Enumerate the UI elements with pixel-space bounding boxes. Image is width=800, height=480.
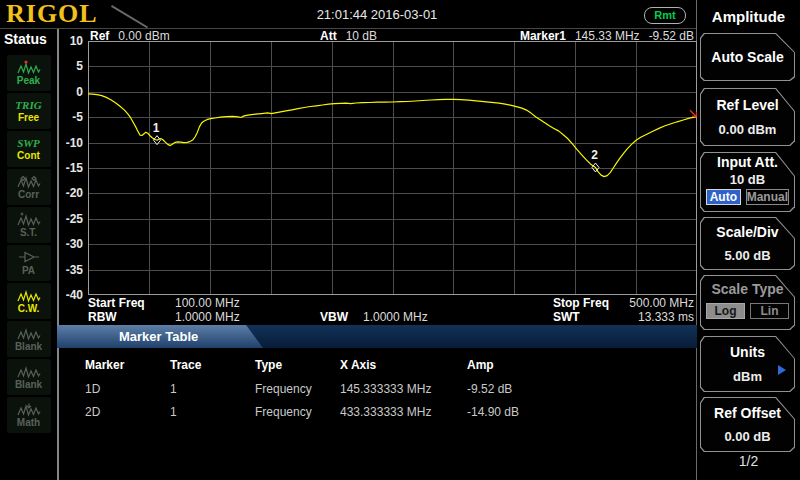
stop-freq-value: 500.00 MHz [629, 296, 694, 310]
input-att-auto-option[interactable]: Auto [706, 189, 741, 205]
stop-freq-label: Stop Freq [553, 296, 609, 310]
marker-table-cell: 1D [85, 382, 100, 396]
y-tick-label: 5 [57, 59, 83, 73]
marker-table-header: Trace [170, 358, 201, 372]
status-item-label: Peak [17, 75, 40, 87]
trig-state-icon: TRIG [15, 99, 41, 112]
marker-table-title: Marker Table [119, 325, 198, 348]
ref-offset-value: 0.00 dB [724, 429, 770, 444]
status-item-blank2: Blank [7, 359, 51, 395]
ref-offset-label: Ref Offset [714, 405, 781, 421]
status-item-pa: PA [7, 245, 51, 281]
start-freq-value: 100.00 MHz [175, 296, 240, 310]
status-item-math: Math [7, 397, 51, 433]
status-item-label: Blank [15, 379, 42, 391]
spectrum-plot: 12 [88, 41, 697, 295]
status-item-cw: C.W. [7, 283, 51, 319]
status-item-corr: Corr [7, 169, 51, 205]
scale-type-button[interactable]: Scale Type Log Lin [700, 275, 795, 330]
status-item-trig: TRIGFree [7, 93, 51, 129]
y-tick-label: -5 [57, 110, 83, 124]
remote-status-badge: Rmt [644, 7, 686, 24]
trace-1 [88, 94, 697, 177]
scale-type-log-option[interactable]: Log [706, 303, 745, 319]
marker-table: MarkerTraceTypeX AxisAmp1D1Frequency145.… [57, 350, 697, 440]
y-tick-label: -35 [57, 263, 83, 277]
menu-page-indicator: 1/2 [697, 453, 800, 469]
waveform-icon [16, 287, 42, 303]
marker-table-cell: Frequency [255, 382, 312, 396]
y-tick-label: 0 [57, 85, 83, 99]
status-item-label: PA [22, 265, 35, 277]
ref-level-button-value: 0.00 dBm [719, 122, 777, 137]
menu-title: Amplitude [697, 8, 800, 25]
submenu-arrow-icon [778, 365, 786, 375]
marker-table-header: Type [255, 358, 282, 372]
input-att-label: Input Att. [717, 154, 778, 170]
status-item-st: S.T. [7, 207, 51, 243]
vbw-value: 1.0000 MHz [363, 310, 428, 324]
scale-type-lin-option[interactable]: Lin [750, 303, 789, 319]
status-item-label: C.W. [18, 303, 40, 315]
marker-table-cell: 1 [170, 405, 177, 419]
marker-table-cell: 433.333333 MHz [340, 405, 431, 419]
marker-table-cell: 2D [85, 405, 100, 419]
input-att-button[interactable]: Input Att. 10 dB Auto Manual [700, 152, 795, 212]
status-item-label: Cont [17, 150, 40, 162]
rbw-value: 1.0000 MHz [175, 310, 240, 324]
scale-div-button[interactable]: Scale/Div 5.00 dB [700, 217, 795, 270]
sweep-time-icon [16, 211, 42, 227]
marker-table-cell: Frequency [255, 405, 312, 419]
rbw-label: RBW [88, 310, 117, 324]
marker-table-header: Amp [467, 358, 494, 372]
status-panel: PeakTRIGFreeSWPContCorrS.T.PAC.W.BlankBl… [0, 55, 57, 435]
graph-annotation-bw: RBW 1.0000 MHz VBW 1.0000 MHz SWT 13.333… [88, 310, 694, 323]
corr-icon [16, 173, 42, 189]
swp-state-icon: SWP [17, 137, 40, 150]
waveform-peak-icon [16, 59, 42, 75]
swt-label: SWT [553, 310, 580, 324]
y-tick-label: -40 [57, 288, 83, 302]
graph-annotation-freq: Start Freq 100.00 MHz Stop Freq 500.00 M… [88, 296, 694, 309]
input-att-manual-option[interactable]: Manual [746, 189, 789, 205]
start-freq-label: Start Freq [88, 296, 145, 310]
scale-type-label: Scale Type [711, 281, 783, 297]
marker-table-cell: 1 [170, 382, 177, 396]
y-tick-label: -10 [57, 136, 83, 150]
y-tick-label: 10 [57, 34, 83, 48]
marker-table-header: X Axis [340, 358, 376, 372]
status-item-label: Corr [18, 189, 39, 201]
auto-scale-button[interactable]: Auto Scale [700, 33, 795, 81]
ref-level-button-label: Ref Level [716, 97, 778, 113]
status-item-peak: Peak [7, 55, 51, 91]
marker-table-header: Marker [85, 358, 124, 372]
math-icon [16, 401, 42, 417]
waveform-icon [16, 325, 42, 341]
status-item-label: Free [18, 112, 39, 124]
y-tick-label: -15 [57, 161, 83, 175]
datetime-display: 21:01:44 2016-03-01 [57, 7, 697, 22]
preamp-icon [16, 249, 42, 265]
units-button[interactable]: Units dBm [700, 336, 795, 392]
marker-table-cell: -14.90 dB [467, 405, 519, 419]
marker-table-cell: -9.52 dB [467, 382, 512, 396]
status-item-swp: SWPCont [7, 131, 51, 167]
y-tick-label: -25 [57, 212, 83, 226]
marker-table-cell: 145.333333 MHz [340, 382, 431, 396]
ref-offset-button[interactable]: Ref Offset 0.00 dB [700, 397, 795, 452]
scale-div-label: Scale/Div [716, 224, 778, 240]
trace-end-mark-icon [690, 110, 697, 117]
swt-value: 13.333 ms [638, 310, 694, 324]
spectrum-analyzer-screen: RIGOL 21:01:44 2016-03-01 Rmt Status Pea… [0, 0, 800, 480]
waveform-icon [16, 363, 42, 379]
ref-level-button[interactable]: Ref Level 0.00 dBm [700, 88, 795, 146]
units-label: Units [730, 344, 765, 360]
y-tick-label: -30 [57, 237, 83, 251]
marker-2-label: 2 [591, 148, 598, 162]
y-tick-label: -20 [57, 186, 83, 200]
status-item-label: Math [17, 417, 40, 429]
vbw-label: VBW [320, 310, 348, 324]
marker-table-banner: Marker Table [57, 325, 697, 348]
status-item-label: S.T. [20, 227, 37, 239]
auto-scale-label: Auto Scale [711, 49, 783, 65]
